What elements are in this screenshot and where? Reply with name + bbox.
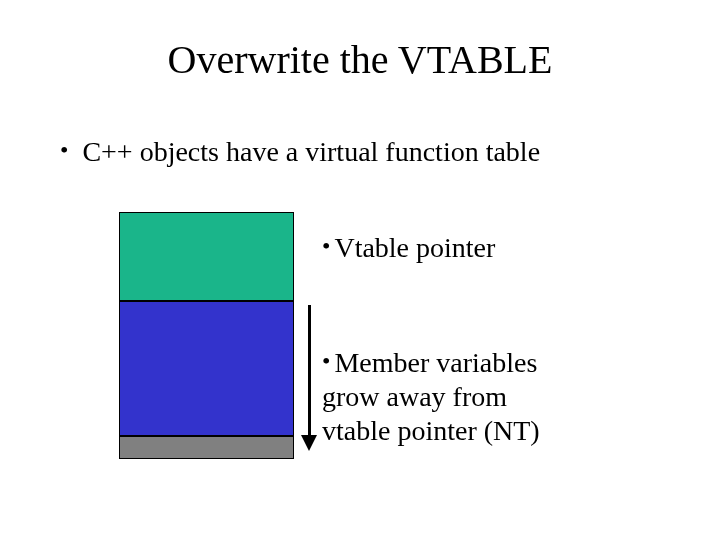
label-member-variables: •Member variables grow away from vtable …	[322, 346, 622, 448]
main-bullet-text: C++ objects have a virtual function tabl…	[82, 136, 540, 168]
label-member-line3: vtable pointer (NT)	[322, 414, 622, 448]
bullet-dot-icon: •	[322, 349, 330, 373]
label-vtable-text: Vtable pointer	[334, 232, 495, 264]
slide: Overwrite the VTABLE • C++ objects have …	[0, 0, 720, 540]
growth-arrow-icon	[301, 305, 317, 450]
slide-title: Overwrite the VTABLE	[0, 36, 720, 83]
bullet-dot-icon: •	[322, 234, 330, 258]
label-vtable-pointer: • Vtable pointer	[322, 232, 495, 264]
diagram-block-members	[119, 301, 294, 436]
memory-diagram	[119, 212, 294, 459]
label-member-line2: grow away from	[322, 380, 622, 414]
diagram-block-vtable	[119, 212, 294, 301]
label-member-line1: Member variables	[334, 347, 537, 378]
main-bullet: • C++ objects have a virtual function ta…	[60, 136, 540, 168]
bullet-dot-icon: •	[60, 138, 68, 162]
diagram-block-extra	[119, 436, 294, 459]
